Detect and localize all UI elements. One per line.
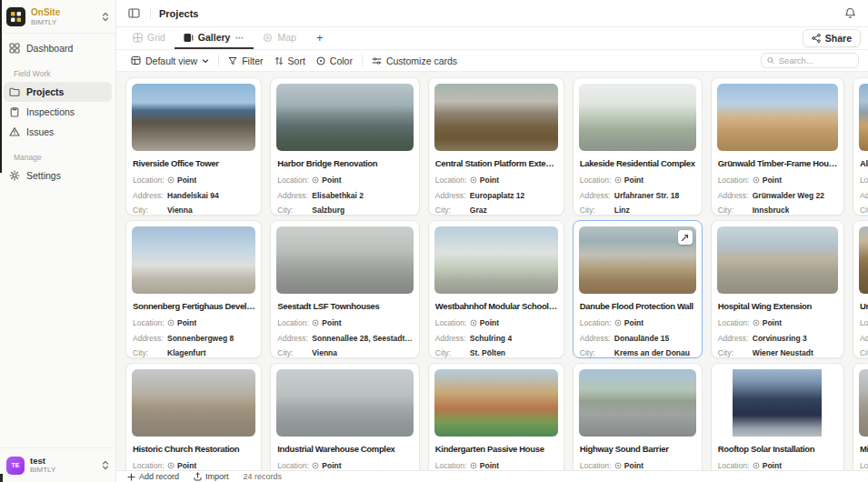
panel-toggle-icon[interactable] bbox=[126, 5, 142, 21]
card-title: Highway Sound Barrier bbox=[580, 444, 695, 454]
project-card[interactable]: Danube Flood Protection Wall Location: P… bbox=[573, 220, 703, 358]
project-card[interactable]: Hospital Wing Extension Location: Point … bbox=[711, 220, 844, 358]
sort-button[interactable]: Sort bbox=[269, 53, 311, 69]
add-record-button[interactable]: Add record bbox=[127, 472, 179, 481]
location-point-value: Point bbox=[614, 461, 644, 470]
workspace-switcher[interactable]: OnSite BIMTLY bbox=[0, 0, 115, 34]
tab-gallery[interactable]: Gallery ⋯ bbox=[175, 27, 254, 49]
record-count: 24 records bbox=[244, 472, 283, 481]
share-icon bbox=[812, 34, 821, 43]
point-pin-icon bbox=[753, 462, 760, 469]
main-area: Projects Grid Gallery ⋯ Map bbox=[116, 0, 868, 482]
project-photo bbox=[579, 369, 696, 437]
location-field: Location: Point bbox=[860, 176, 868, 185]
sidebar-nav: Dashboard Field Work Projects Inspection… bbox=[0, 34, 115, 186]
location-point-value: Point bbox=[312, 176, 341, 185]
customize-cards-button[interactable]: Customize cards bbox=[366, 53, 463, 69]
gear-icon bbox=[9, 170, 20, 181]
location-field: Location: Point bbox=[580, 176, 695, 185]
user-menu[interactable]: TE test BIMTLY bbox=[0, 447, 115, 482]
project-card[interactable]: Kindergarten Passive House Location: Poi… bbox=[428, 363, 564, 470]
project-card[interactable]: Harbor Bridge Renovation Location: Point… bbox=[270, 77, 420, 216]
card-title: Seestadt LSF Townhouses bbox=[277, 301, 413, 311]
project-card[interactable]: Lakeside Residential Complex Location: P… bbox=[573, 77, 703, 216]
color-button[interactable]: Color bbox=[311, 53, 358, 69]
address-field: Address: Europaplatz 12 bbox=[435, 191, 557, 200]
city-field: City: Innsbruck bbox=[718, 206, 837, 215]
project-card[interactable]: Westbahnhof Modular School… Location: Po… bbox=[428, 220, 564, 358]
location-field: Location: Point bbox=[133, 318, 254, 327]
page-title: Projects bbox=[159, 8, 198, 19]
card-title: Danube Flood Protection Wall bbox=[580, 301, 695, 311]
tab-menu-icon[interactable]: ⋯ bbox=[234, 33, 244, 43]
project-card[interactable]: Rooftop Solar Installation Location: Poi… bbox=[711, 363, 844, 470]
search-input-wrapper bbox=[761, 53, 859, 68]
card-title: Riverside Office Tower bbox=[133, 158, 254, 168]
address-value: Europaplatz 12 bbox=[470, 191, 524, 200]
sidebar-item-dashboard[interactable]: Dashboard bbox=[4, 38, 112, 58]
card-title: Historic Church Restoration bbox=[133, 444, 254, 454]
map-pin-icon bbox=[263, 33, 273, 43]
point-pin-icon bbox=[614, 319, 622, 326]
search-input[interactable] bbox=[779, 55, 853, 65]
filter-button[interactable]: Filter bbox=[223, 53, 268, 69]
screen-edge-artifact bbox=[0, 474, 3, 482]
add-view-button[interactable]: + bbox=[305, 27, 334, 49]
import-icon bbox=[194, 472, 202, 481]
card-title: Harbor Bridge Renovation bbox=[277, 158, 413, 168]
project-card[interactable]: Sonnenberg Fertighaus Devel… Location: P… bbox=[125, 220, 262, 358]
tab-map[interactable]: Map bbox=[254, 27, 304, 49]
toolbar: Default view Filter Sort Color Customize… bbox=[116, 50, 868, 72]
expand-icon[interactable] bbox=[678, 230, 693, 245]
clipboard-icon bbox=[9, 106, 20, 117]
project-photo bbox=[717, 226, 838, 294]
sidebar-item-projects[interactable]: Projects bbox=[4, 82, 112, 102]
location-field: Location: Point bbox=[277, 318, 413, 327]
location-field: Location: Point bbox=[277, 176, 413, 185]
project-card[interactable]: Mixed-Use Town Center Location: Point Ad… bbox=[853, 363, 868, 470]
workspace-org: BIMTLY bbox=[31, 18, 96, 26]
project-card[interactable]: Grünwald Timber-Frame Hou… Location: Poi… bbox=[711, 77, 844, 216]
import-button[interactable]: Import bbox=[194, 472, 229, 481]
project-card[interactable]: Seestadt LSF Townhouses Location: Point … bbox=[270, 220, 420, 358]
project-photo bbox=[859, 369, 868, 437]
address-field: Address: Sonnenbergweg 8 bbox=[133, 334, 254, 343]
address-field: Address: Nikolaiplatz 8 bbox=[860, 334, 868, 343]
address-value: Elisabethkai 2 bbox=[312, 191, 364, 200]
location-point-value: Point bbox=[753, 176, 782, 185]
address-value: Corvinusring 3 bbox=[753, 334, 807, 343]
project-card[interactable]: Historic Church Restoration Location: Po… bbox=[125, 363, 262, 470]
project-photo bbox=[859, 226, 868, 294]
project-card[interactable]: Riverside Office Tower Location: Point A… bbox=[125, 77, 262, 216]
sidebar-section-fieldwork: Field Work bbox=[4, 58, 112, 82]
view-tabs-bar: Grid Gallery ⋯ Map + Share bbox=[116, 27, 868, 50]
footer-bar: Add record Import 24 records bbox=[116, 470, 868, 482]
project-card[interactable]: Alpine Eco-Lodge CLT Build Location: Poi… bbox=[853, 77, 868, 216]
project-card[interactable]: Industrial Warehouse Complex Location: P… bbox=[270, 363, 420, 470]
share-button[interactable]: Share bbox=[803, 29, 861, 47]
notifications-bell-icon[interactable] bbox=[843, 5, 858, 21]
sidebar-item-label: Dashboard bbox=[26, 43, 73, 54]
sidebar-item-issues[interactable]: Issues bbox=[4, 122, 112, 142]
card-title: Underground Parking Garage bbox=[860, 301, 868, 311]
project-card[interactable]: Central Station Platform Exte… Location:… bbox=[428, 77, 564, 216]
project-card[interactable]: Underground Parking Garage Location: Poi… bbox=[853, 220, 868, 358]
point-pin-icon bbox=[312, 319, 319, 326]
project-photo bbox=[132, 226, 255, 294]
app-window: OnSite BIMTLY Dashboard Field Work Proje… bbox=[0, 0, 868, 482]
sidebar-item-settings[interactable]: Settings bbox=[4, 166, 112, 186]
tab-grid[interactable]: Grid bbox=[124, 27, 175, 49]
chevrons-up-down-icon bbox=[102, 460, 109, 470]
view-switcher-button[interactable]: Default view bbox=[125, 53, 215, 69]
sidebar-section-manage: Manage bbox=[4, 142, 112, 166]
city-field: City: Villach bbox=[860, 348, 868, 357]
project-photo bbox=[276, 84, 414, 151]
top-header: Projects bbox=[116, 0, 868, 27]
project-card[interactable]: Highway Sound Barrier Location: Point Ad… bbox=[573, 363, 703, 470]
location-field: Location: Point bbox=[435, 318, 557, 327]
address-value: Sonnenallee 28, Seestadt… bbox=[312, 334, 413, 343]
location-point-value: Point bbox=[614, 176, 644, 185]
city-value: Salzburg bbox=[312, 206, 344, 215]
user-name: test bbox=[30, 456, 96, 466]
sidebar-item-inspections[interactable]: Inspections bbox=[4, 102, 112, 122]
